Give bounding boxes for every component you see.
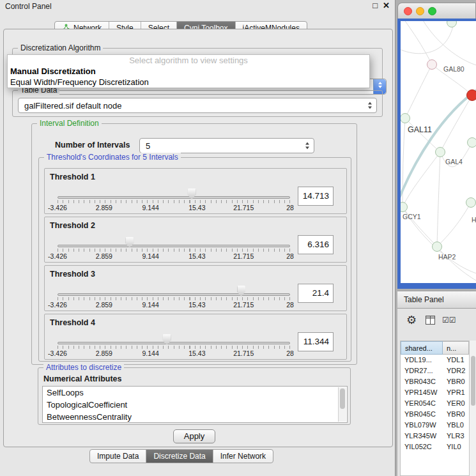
combobox-arrows-icon <box>305 142 309 150</box>
column-header-shared-name[interactable]: shared... <box>401 341 443 355</box>
threshold-slider[interactable]: -3.426 2.859 9.144 15.43 21.715 28 <box>58 266 290 312</box>
float-window-icon[interactable]: □ <box>372 1 378 10</box>
cyni-mode-tabs: Impute Data Discretize Data Infer Networ… <box>89 449 273 463</box>
table-row[interactable]: YBR045CYBR0 <box>401 409 469 420</box>
apply-button[interactable]: Apply <box>173 429 215 443</box>
network-view-frame: GAL80 GAL11 GAL4 GCY1 HAP2 H <box>397 19 476 289</box>
tab-infer-network[interactable]: Infer Network <box>213 450 273 463</box>
table-row[interactable]: YDR27...YDR2 <box>401 365 469 376</box>
checkbox-icons[interactable]: ☑☑ <box>442 316 456 325</box>
table-row[interactable]: YER054CYER0 <box>401 398 469 409</box>
combobox-arrows-icon <box>368 102 372 109</box>
slider-track[interactable] <box>58 293 290 296</box>
network-node-selected[interactable] <box>466 89 476 101</box>
network-node-gal4[interactable] <box>435 147 445 157</box>
close-traffic-light-icon[interactable] <box>404 7 412 15</box>
cell: YBL0 <box>447 420 464 431</box>
window-title: Control Panel <box>5 2 52 11</box>
tick-label: 9.144 <box>142 301 158 309</box>
node-table: shared... n... YDL19...YDL1 YDR27...YDR2… <box>400 341 469 476</box>
gear-icon[interactable]: ⚙ <box>406 313 417 327</box>
threshold-slider[interactable]: -3.426 2.859 9.144 15.43 21.715 28 <box>58 169 290 215</box>
number-of-intervals-label: Number of Intervals <box>55 141 130 150</box>
thresholds-group: Threshold's Coordinates for 5 Intervals … <box>38 157 351 362</box>
network-window-titlebar[interactable] <box>397 3 476 19</box>
network-node[interactable] <box>467 137 476 148</box>
table-row[interactable]: YPR145WYPR1 <box>401 387 469 398</box>
zoom-traffic-light-icon[interactable] <box>428 7 436 15</box>
numerical-attributes-label: Numerical Attributes <box>43 374 121 383</box>
slider-track[interactable] <box>58 196 290 199</box>
threshold-value-field[interactable]: 6.316 <box>298 235 334 254</box>
tick-label: 9.144 <box>142 204 158 211</box>
threshold-slider[interactable]: -3.426 2.859 9.144 15.43 21.715 28 <box>58 217 290 263</box>
threshold-value-field[interactable]: 14.713 <box>298 187 334 206</box>
dropdown-item-manual-discretization[interactable]: Manual Discretization <box>8 66 369 77</box>
tab-label: Infer Network <box>220 452 266 461</box>
scrollbar-thumb[interactable] <box>471 356 475 406</box>
table-row[interactable]: YIL052CYIL0 <box>401 441 469 452</box>
cell: YIL052C <box>404 441 432 452</box>
network-view-window: GAL80 GAL11 GAL4 GCY1 HAP2 H <box>397 3 476 289</box>
cell: YDR27... <box>404 365 433 376</box>
list-item[interactable]: TopologicalCoefficient <box>43 399 347 411</box>
network-canvas[interactable]: GAL80 GAL11 GAL4 GCY1 HAP2 H <box>401 21 476 283</box>
columns-icon[interactable] <box>426 316 435 327</box>
table-row[interactable]: YLR345WYLR3 <box>401 431 469 441</box>
slider-scale: -3.426 2.859 9.144 15.43 21.715 28 <box>58 301 290 309</box>
table-data-combobox[interactable]: galFiltered.sif default node <box>18 98 377 113</box>
cell: YBL079W <box>404 420 436 431</box>
scrollbar-thumb[interactable] <box>340 388 345 409</box>
network-node-hap2[interactable] <box>432 242 442 252</box>
tick-label: 9.144 <box>142 349 158 357</box>
tick-label: -3.426 <box>48 349 67 357</box>
cell: YER0 <box>447 398 465 409</box>
network-node-gal80[interactable] <box>427 59 437 70</box>
table-row[interactable]: YBL079WYBL0 <box>401 420 469 431</box>
threshold-value-field[interactable]: 21.4 <box>298 284 334 303</box>
tab-impute-data[interactable]: Impute Data <box>90 450 146 463</box>
tick-label: 2.859 <box>96 204 112 211</box>
tick-label: 28 <box>286 204 294 211</box>
slider-track[interactable] <box>58 245 290 247</box>
threshold-slider[interactable]: -3.426 2.859 9.144 15.43 21.715 28 <box>58 314 290 360</box>
node-label: H <box>472 216 476 224</box>
table-scrollbar[interactable] <box>469 341 476 476</box>
table-panel-titlebar[interactable]: Table Panel <box>397 291 476 309</box>
table-rows: YDL19...YDL1 YDR27...YDR2 YBR043CYBR0 YP… <box>401 355 469 475</box>
dropdown-hint: Select algorithm to view settings <box>8 55 369 66</box>
list-item[interactable]: SelfLoops <box>43 387 347 399</box>
list-scrollbar[interactable] <box>338 387 346 422</box>
number-of-intervals-combobox[interactable]: 5 <box>139 138 314 153</box>
tick-label: 2.859 <box>96 349 112 357</box>
slider-track[interactable] <box>58 342 290 344</box>
table-row[interactable]: YBR043CYBR0 <box>401 376 469 387</box>
tick-label: 28 <box>286 349 294 357</box>
list-item[interactable]: BetweennessCentrality <box>43 411 347 423</box>
numerical-attributes-list[interactable]: SelfLoops TopologicalCoefficient Between… <box>42 386 348 423</box>
tick-label: 21.715 <box>233 301 254 309</box>
tab-discretize-data[interactable]: Discretize Data <box>146 450 213 463</box>
dropdown-item-equal-width-frequency[interactable]: Equal Width/Frequency Discretization <box>8 77 369 88</box>
node-label: HAP2 <box>438 253 456 261</box>
cell: YBR045C <box>404 409 436 420</box>
threshold-panel: Threshold 3 -3.426 2.859 9.144 15.43 21.… <box>44 265 347 311</box>
cell: YDR2 <box>447 365 465 376</box>
slider-ticks <box>58 200 290 203</box>
tick-label: 15.43 <box>188 252 205 260</box>
slider-ticks <box>58 249 290 252</box>
minimize-traffic-light-icon[interactable] <box>416 7 424 15</box>
slider-ticks <box>58 346 290 349</box>
cell: YBR043C <box>404 376 436 387</box>
threshold-value-field[interactable]: 11.344 <box>298 332 334 351</box>
tick-label: 28 <box>286 252 294 260</box>
close-icon[interactable]: ✕ <box>383 1 390 10</box>
tick-label: 15.43 <box>188 204 205 211</box>
tick-label: 9.144 <box>142 252 158 260</box>
algorithm-dropdown-popup: Select algorithm to view settings Manual… <box>7 54 370 88</box>
combobox-value: galFiltered.sif default node <box>24 101 121 111</box>
network-node[interactable] <box>466 197 476 208</box>
column-header-name[interactable]: n... <box>443 341 469 355</box>
tick-label: 15.43 <box>188 349 205 357</box>
table-row[interactable]: YDL19...YDL1 <box>401 355 469 365</box>
